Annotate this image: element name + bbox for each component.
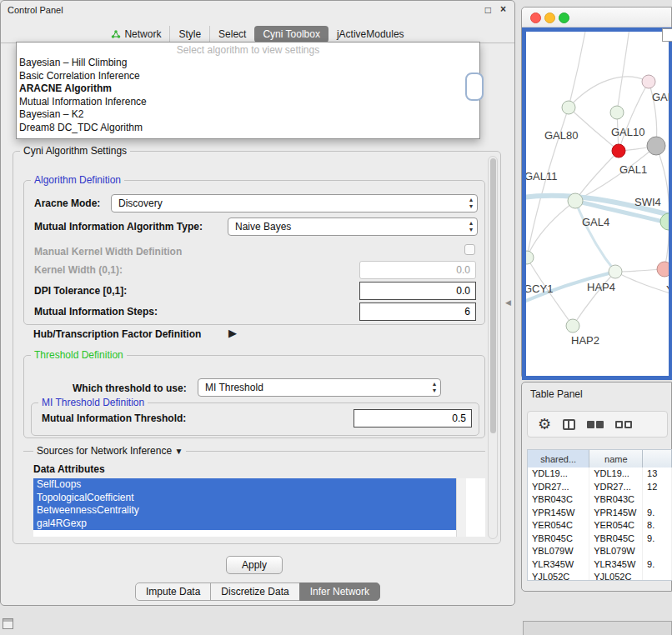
table-row[interactable]: YER054C YER054C 8. xyxy=(528,519,672,532)
tab-label: Network xyxy=(124,28,161,40)
select-all-checkboxes-icon[interactable] xyxy=(587,421,604,428)
tab-label: jActiveModules xyxy=(337,28,404,40)
which-threshold-select[interactable]: MI Threshold ▴▾ xyxy=(198,378,441,397)
network-window-titlebar[interactable] xyxy=(522,8,671,28)
table-row[interactable]: YDL19... YDL19... 13 xyxy=(528,468,672,481)
attribute-item[interactable]: TopologicalCoefficient xyxy=(33,492,456,505)
graph-node[interactable] xyxy=(660,213,672,230)
attribute-item[interactable]: BetweennessCentrality xyxy=(33,504,456,518)
table-panel-title: Table Panel xyxy=(530,388,583,400)
graph-node[interactable] xyxy=(609,265,622,278)
graph-edge[interactable] xyxy=(573,272,615,326)
algorithm-option[interactable]: Bayesian – Hill Climbing xyxy=(17,57,479,70)
column-header[interactable] xyxy=(643,450,672,468)
desktop: Control Panel □ × Network Style S xyxy=(0,0,672,635)
aracne-mode-label: Aracne Mode: xyxy=(34,198,100,209)
attribute-item[interactable]: gal4RGexp xyxy=(33,518,456,531)
graph-node[interactable] xyxy=(562,101,575,114)
kernel-width-field[interactable] xyxy=(359,261,476,279)
graph-node-label: HAP4 xyxy=(587,281,615,293)
chevron-down-icon[interactable]: ▼ xyxy=(174,447,183,456)
graph-edge[interactable] xyxy=(527,201,575,258)
tab-discretize-data[interactable]: Discretize Data xyxy=(210,582,299,601)
tab-cyni-toolbox[interactable]: Cyni Toolbox xyxy=(254,26,328,42)
gear-icon[interactable]: ⚙ xyxy=(538,417,551,432)
network-view-window: GAL80GAL10GAL11GAL1SWI4GAL4GCY1HAP4HAP2G… xyxy=(521,7,672,379)
algorithm-dropdown-popup: Select algorithm to view settings Bayesi… xyxy=(16,42,480,139)
close-icon[interactable]: × xyxy=(500,4,506,14)
table-row[interactable]: YPR145W YPR145W 9. xyxy=(528,507,672,520)
float-window-icon[interactable]: □ xyxy=(485,5,491,15)
control-panel-tabbar: Network Style Select Cyni Toolbox jActiv… xyxy=(1,25,514,43)
tab-network[interactable]: Network xyxy=(103,26,169,42)
table-row[interactable]: YBR043C YBR043C xyxy=(528,493,672,507)
graph-node[interactable] xyxy=(610,106,624,119)
graph-node[interactable] xyxy=(568,193,583,208)
chevron-right-icon[interactable]: ▶ xyxy=(228,327,237,339)
attribute-item[interactable]: SelfLoops xyxy=(33,478,456,492)
table-row[interactable]: YJL052C YJL052C xyxy=(528,571,672,581)
algorithm-option-selected[interactable]: ARACNE Algorithm xyxy=(17,82,479,96)
zoom-traffic-light[interactable] xyxy=(559,12,569,23)
graph-node[interactable] xyxy=(647,137,665,155)
graph-edge[interactable] xyxy=(619,82,649,151)
graph-node[interactable] xyxy=(657,262,672,277)
algorithm-option[interactable]: Bayesian – K2 xyxy=(17,108,479,122)
algorithm-option[interactable]: Basic Correlation Inference xyxy=(17,70,479,83)
column-selector-icon[interactable] xyxy=(563,419,575,430)
tab-select[interactable]: Select xyxy=(209,26,254,42)
minimized-panel-icon[interactable] xyxy=(3,618,13,629)
tab-infer-network[interactable]: Infer Network xyxy=(299,582,380,601)
algorithm-option[interactable]: Mutual Information Inference xyxy=(17,96,479,109)
table-row[interactable]: YBR045C YBR045C 9. xyxy=(528,532,672,546)
table-row[interactable]: YDR27... YDR27... 12 xyxy=(528,481,672,494)
network-canvas-area[interactable]: GAL80GAL10GAL11GAL1SWI4GAL4GCY1HAP4HAP2G… xyxy=(522,28,672,380)
popup-scrollbar-thumb[interactable] xyxy=(465,72,484,101)
cyni-algorithm-settings-group: Cyni Algorithm Settings Algorithm Defini… xyxy=(13,151,501,544)
table-row[interactable]: YLR345W YLR345W 9. xyxy=(528,558,672,572)
graph-node[interactable] xyxy=(642,75,655,88)
graph-node[interactable] xyxy=(566,319,579,332)
graph-edge[interactable] xyxy=(569,28,586,108)
tab-jactivemodules[interactable]: jActiveModules xyxy=(328,26,413,42)
graph-edge[interactable] xyxy=(575,201,615,272)
graph-edge[interactable] xyxy=(575,151,619,201)
attributes-list-scrollbar[interactable] xyxy=(456,478,466,537)
mi-threshold-field[interactable] xyxy=(354,409,472,428)
mi-type-select[interactable]: Naive Bayes ▴▾ xyxy=(228,218,478,236)
dpi-tolerance-field[interactable] xyxy=(359,282,476,300)
mi-threshold-definition-group: MI Threshold Definition Mutual Informati… xyxy=(31,402,479,436)
column-header[interactable]: shared... xyxy=(528,450,589,468)
graph-edge[interactable] xyxy=(617,28,629,112)
table-row[interactable]: YBL079W YBL079W xyxy=(528,545,672,558)
manual-kernel-checkbox[interactable] xyxy=(464,244,475,255)
deselect-all-checkboxes-icon[interactable] xyxy=(615,421,632,428)
tab-style[interactable]: Style xyxy=(169,26,209,42)
unchecked-box-icon xyxy=(615,421,623,428)
aracne-mode-select[interactable]: Discovery ▴▾ xyxy=(111,194,478,212)
cyni-bottom-tabbar: Impute Data Discretize Data Infer Networ… xyxy=(1,582,514,601)
table-panel-window: Table Panel ⚙ shared... name YDL19... YD… xyxy=(521,382,672,592)
graph-edge[interactable] xyxy=(569,77,649,108)
graph-node-label: GAL11 xyxy=(524,170,558,182)
graph-node[interactable] xyxy=(612,144,625,158)
combo-arrows-icon: ▴▾ xyxy=(469,220,473,233)
graph-node[interactable] xyxy=(522,251,534,264)
minimize-traffic-light[interactable] xyxy=(544,12,555,23)
network-canvas[interactable]: GAL80GAL10GAL11GAL1SWI4GAL4GCY1HAP4HAP2G… xyxy=(522,28,672,380)
settings-scrollbar[interactable] xyxy=(488,156,498,539)
settings-scrollbar-thumb[interactable] xyxy=(490,158,496,433)
close-traffic-light[interactable] xyxy=(530,12,541,23)
network-icon xyxy=(111,29,121,39)
apply-button[interactable]: Apply xyxy=(226,556,283,574)
bottom-panel-edge xyxy=(523,621,672,635)
column-header[interactable]: name xyxy=(589,450,643,468)
mi-steps-label: Mutual Information Steps: xyxy=(34,306,158,318)
birdseye-corner-box[interactable] xyxy=(662,28,672,42)
algorithm-option[interactable]: Dream8 DC_TDC Algorithm xyxy=(17,122,479,135)
tab-impute-data[interactable]: Impute Data xyxy=(135,582,211,601)
mi-steps-field[interactable] xyxy=(359,302,476,321)
panel-collapse-arrow-icon[interactable]: ◀ xyxy=(505,298,511,307)
control-panel-title: Control Panel xyxy=(8,5,63,15)
which-threshold-label: Which threshold to use: xyxy=(73,382,187,394)
